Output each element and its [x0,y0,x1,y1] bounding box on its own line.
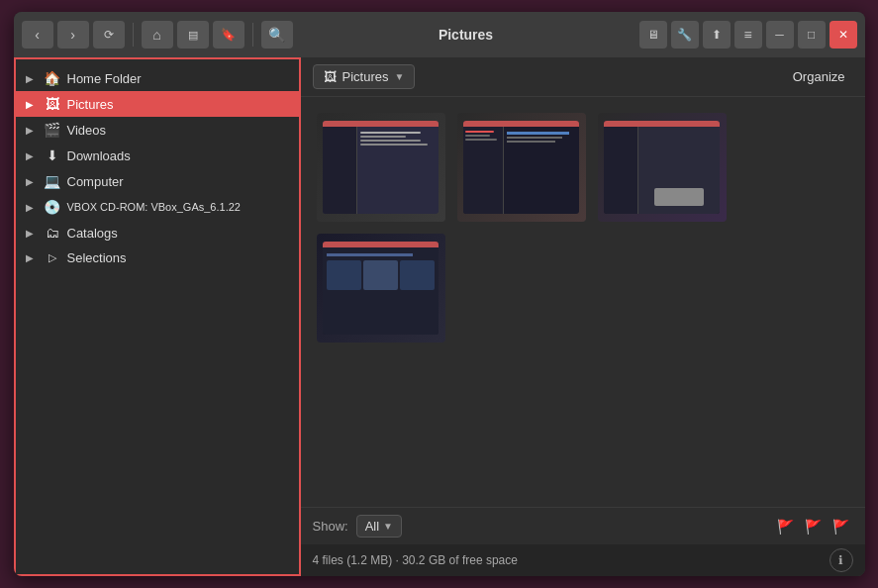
file-thumbnail[interactable] [598,113,727,222]
bottom-bar: Show: All ▼ 🚩 🚩 🚩 [301,507,865,544]
home-button[interactable]: ⌂ [142,21,173,49]
file-thumbnail[interactable] [317,234,445,343]
status-bar: 4 files (1.2 MB) · 30.2 GB of free space… [301,544,865,576]
videos-icon: 🎬 [44,122,61,138]
menu-button[interactable]: ≡ [734,21,762,49]
monitor-button[interactable]: 🖥 [639,21,667,49]
sidebar-item-label: Pictures [67,97,291,112]
sidebar-item-label: Home Folder [67,71,291,86]
arrow-icon: ▶ [26,228,38,239]
selections-icon: ▷ [44,251,61,264]
arrow-icon: ▶ [26,252,38,263]
show-value: All [365,519,379,534]
eject-button[interactable]: ▤ [177,21,209,49]
minimize-button[interactable]: ─ [766,21,794,49]
titlebar: ‹ › ⟳ ⌂ ▤ 🔖 🔍 Pictures 🖥 🔧 ⬆ ≡ ─ □ ✕ [14,12,865,57]
forward-button[interactable]: › [57,21,89,49]
separator-2 [252,23,253,47]
main-window: ‹ › ⟳ ⌂ ▤ 🔖 🔍 Pictures 🖥 🔧 ⬆ ≡ ─ □ ✕ ▶ 🏠… [14,12,865,576]
sidebar-item-label: Computer [67,174,291,189]
sidebar-item-label: Selections [67,250,291,265]
chevron-down-icon: ▼ [383,521,393,532]
upload-button[interactable]: ⬆ [703,21,731,49]
chevron-down-icon: ▼ [394,71,404,82]
sidebar-item-computer[interactable]: ▶ 💻 Computer [16,168,299,194]
show-dropdown[interactable]: All ▼ [356,515,402,538]
maximize-button[interactable]: □ [798,21,826,49]
sidebar-item-selections[interactable]: ▶ ▷ Selections [16,245,299,270]
window-controls: 🖥 🔧 ⬆ ≡ ─ □ ✕ [639,21,857,49]
sidebar-item-downloads[interactable]: ▶ ⬇ Downloads [16,143,299,168]
file-thumbnail[interactable] [457,113,586,222]
sidebar-item-vbox[interactable]: ▶ 💿 VBOX CD-ROM: VBox_GAs_6.1.22 [16,194,299,220]
show-label: Show: [313,519,348,534]
content-area: ▶ 🏠 Home Folder ▶ 🖼 Pictures ▶ 🎬 Videos … [14,57,865,576]
catalogs-icon: 🗂 [44,225,61,241]
wrench-button[interactable]: 🔧 [671,21,699,49]
bookmarks-button[interactable]: 🔖 [213,21,244,49]
pictures-icon: 🖼 [44,96,61,112]
vbox-icon: 💿 [44,199,61,215]
flag-red-button[interactable]: 🚩 [802,515,826,539]
close-button[interactable]: ✕ [829,21,857,49]
sidebar-item-label: Videos [67,123,291,138]
location-bar: 🖼 Pictures ▼ Organize [301,57,865,97]
location-dropdown[interactable]: 🖼 Pictures ▼ [313,64,416,89]
arrow-icon: ▶ [26,176,38,187]
location-path: Pictures [342,69,389,84]
computer-icon: 💻 [44,173,61,189]
file-thumbnail[interactable] [317,113,445,222]
downloads-icon: ⬇ [44,147,61,163]
sidebar-item-home-folder[interactable]: ▶ 🏠 Home Folder [16,65,299,91]
arrow-icon: ▶ [26,150,38,161]
arrow-icon: ▶ [26,73,38,84]
flag-green-button[interactable]: 🚩 [774,515,798,539]
search-button[interactable]: 🔍 [261,21,293,49]
sidebar-item-videos[interactable]: ▶ 🎬 Videos [16,117,299,143]
back-button[interactable]: ‹ [22,21,53,49]
file-grid [301,97,865,507]
sidebar-item-label: Downloads [67,148,291,163]
flag-blue-button[interactable]: 🚩 [829,515,853,539]
home-folder-icon: 🏠 [44,70,61,86]
main-panel: 🖼 Pictures ▼ Organize [301,57,865,576]
flag-buttons: 🚩 🚩 🚩 [774,515,853,539]
sidebar: ▶ 🏠 Home Folder ▶ 🖼 Pictures ▶ 🎬 Videos … [14,57,301,576]
arrow-icon: ▶ [26,125,38,136]
status-text: 4 files (1.2 MB) · 30.2 GB of free space [313,553,518,567]
info-button[interactable]: ℹ [829,548,853,572]
arrow-icon: ▶ [26,99,38,110]
history-button[interactable]: ⟳ [93,21,125,49]
sidebar-item-label: Catalogs [67,226,291,241]
arrow-icon: ▶ [26,202,38,213]
sidebar-item-label: VBOX CD-ROM: VBox_GAs_6.1.22 [67,201,291,213]
sidebar-item-pictures[interactable]: ▶ 🖼 Pictures [16,91,299,117]
location-folder-icon: 🖼 [324,69,337,84]
organize-button[interactable]: Organize [785,65,853,88]
sidebar-item-catalogs[interactable]: ▶ 🗂 Catalogs [16,220,299,245]
separator-1 [133,23,134,47]
window-title: Pictures [297,27,635,43]
